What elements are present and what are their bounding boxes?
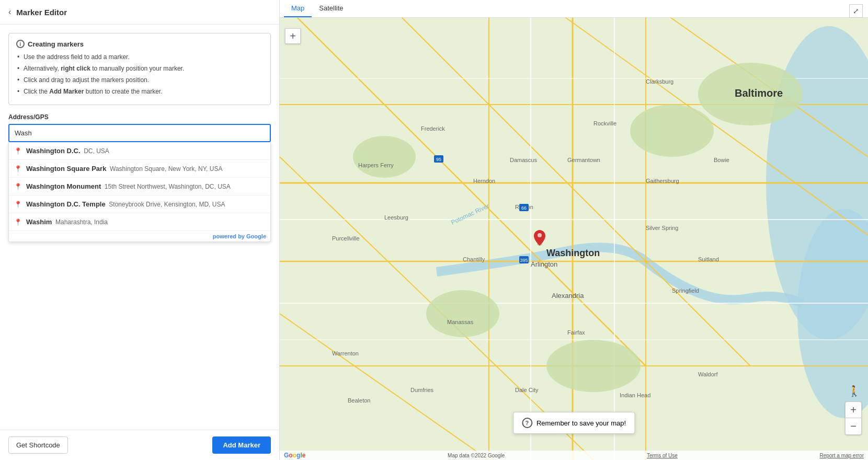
svg-text:Purcellville: Purcellville xyxy=(332,235,360,242)
pin-icon-3: 📍 xyxy=(14,201,22,208)
autocomplete-main-2: Washington Monument xyxy=(26,182,101,190)
svg-text:Arlington: Arlington xyxy=(531,260,557,268)
svg-text:Chantilly: Chantilly xyxy=(463,256,485,262)
save-reminder-icon: ? xyxy=(522,418,532,428)
autocomplete-main-0: Washington D.C. xyxy=(26,147,81,155)
info-box: i Creating markers Use the address field… xyxy=(8,33,271,105)
autocomplete-text-3: Washington D.C. Temple Stoneybrook Drive… xyxy=(26,200,225,208)
map-container[interactable]: Map Satellite xyxy=(280,0,868,460)
info-icon: i xyxy=(16,40,25,48)
svg-text:Indian Head: Indian Head xyxy=(620,392,650,398)
svg-text:Baltimore: Baltimore xyxy=(735,87,783,99)
map-copyright: Map data ©2022 Google xyxy=(448,453,505,458)
tab-satellite[interactable]: Satellite xyxy=(312,0,350,17)
pin-icon-0: 📍 xyxy=(14,147,22,155)
panel-title: Marker Editor xyxy=(16,8,67,17)
autocomplete-main-3: Washington D.C. Temple xyxy=(26,200,106,208)
autocomplete-main-1: Washington Square Park xyxy=(26,165,106,172)
info-item-4: Click the Add Marker button to create th… xyxy=(16,87,263,96)
svg-point-25 xyxy=(426,290,499,337)
autocomplete-text-0: Washington D.C. DC, USA xyxy=(26,147,109,155)
svg-text:Harpers Ferry: Harpers Ferry xyxy=(358,162,394,168)
info-list: Use the address field to add a marker. A… xyxy=(16,52,263,96)
svg-text:Clarksburg: Clarksburg xyxy=(646,78,673,85)
map-tabs: Map Satellite xyxy=(280,0,868,18)
panel-footer: Get Shortcode Add Marker xyxy=(0,430,279,460)
svg-text:Herndon: Herndon xyxy=(473,178,495,184)
left-panel: ‹ Marker Editor i Creating markers Use t… xyxy=(0,0,280,460)
address-field-group: Address/GPS 📍 Washington D.C. DC, USA 📍 … xyxy=(8,113,271,242)
svg-text:Suitland: Suitland xyxy=(698,256,719,262)
autocomplete-sub-1: Washington Square, New York, NY, USA xyxy=(110,165,222,172)
svg-text:Gaithersburg: Gaithersburg xyxy=(646,178,679,184)
map-report[interactable]: Report a map error xyxy=(820,453,864,458)
svg-text:Silver Spring: Silver Spring xyxy=(646,225,678,231)
autocomplete-text-1: Washington Square Park Washington Square… xyxy=(26,165,222,172)
autocomplete-text-4: Washim Maharashtra, India xyxy=(26,218,108,226)
autocomplete-main-4: Washim xyxy=(26,218,52,226)
autocomplete-sub-3: Stoneybrook Drive, Kensington, MD, USA xyxy=(109,201,225,208)
svg-text:Springfield: Springfield xyxy=(672,288,699,294)
panel-header: ‹ Marker Editor xyxy=(0,0,279,25)
autocomplete-item-2[interactable]: 📍 Washington Monument 15th Street Northw… xyxy=(9,178,270,196)
svg-text:Alexandria: Alexandria xyxy=(552,292,584,300)
zoom-minus-button[interactable]: − xyxy=(845,418,862,435)
creating-markers-title: Creating markers xyxy=(28,40,84,48)
address-label: Address/GPS xyxy=(8,113,271,121)
svg-text:Bowie: Bowie xyxy=(714,157,729,163)
svg-text:Washington: Washington xyxy=(546,248,600,258)
svg-point-22 xyxy=(353,136,416,178)
autocomplete-sub-2: 15th Street Northwest, Washington, DC, U… xyxy=(105,183,231,190)
autocomplete-item-1[interactable]: 📍 Washington Square Park Washington Squa… xyxy=(9,160,270,178)
svg-point-23 xyxy=(630,105,714,157)
save-reminder: ? Remember to save your map! xyxy=(513,412,635,434)
pin-icon-2: 📍 xyxy=(14,183,22,190)
autocomplete-item-3[interactable]: 📍 Washington D.C. Temple Stoneybrook Dri… xyxy=(9,196,270,213)
map-footer: Google Map data ©2022 Google Terms of Us… xyxy=(280,451,868,460)
save-reminder-text: Remember to save your map! xyxy=(536,419,626,427)
pin-icon-1: 📍 xyxy=(14,165,22,172)
google-logo-map: Google xyxy=(284,452,305,459)
svg-text:Damascus: Damascus xyxy=(510,157,537,163)
svg-text:Fairfax: Fairfax xyxy=(567,329,585,336)
info-item-2: Alternatively, right click to manually p… xyxy=(16,64,263,73)
autocomplete-sub-0: DC, USA xyxy=(84,147,109,155)
svg-text:Bealeton: Bealeton xyxy=(348,397,370,404)
svg-text:Waldorf: Waldorf xyxy=(698,371,718,377)
map-background: Baltimore Washington Arlington Alexandri… xyxy=(280,0,868,460)
autocomplete-sub-4: Maharashtra, India xyxy=(55,218,108,226)
svg-text:395: 395 xyxy=(520,258,528,263)
get-shortcode-button[interactable]: Get Shortcode xyxy=(8,436,68,454)
zoom-plus-button[interactable]: + xyxy=(845,401,862,418)
svg-text:Leesburg: Leesburg xyxy=(384,214,408,221)
powered-by: powered by Google xyxy=(9,231,270,242)
svg-text:Warrenton: Warrenton xyxy=(332,350,359,356)
pin-icon-4: 📍 xyxy=(14,218,22,226)
autocomplete-item-4[interactable]: 📍 Washim Maharashtra, India xyxy=(9,213,270,231)
tab-map[interactable]: Map xyxy=(284,0,312,17)
street-view-pegman[interactable]: 🚶 xyxy=(848,385,861,397)
panel-content: i Creating markers Use the address field… xyxy=(0,25,279,430)
svg-point-57 xyxy=(538,233,542,237)
info-item-3: Click and drag to adjust the markers pos… xyxy=(16,75,263,85)
autocomplete-dropdown: 📍 Washington D.C. DC, USA 📍 Washington S… xyxy=(8,142,271,242)
svg-text:66: 66 xyxy=(521,205,527,211)
info-box-title: i Creating markers xyxy=(16,40,263,48)
svg-text:Rockville: Rockville xyxy=(593,120,616,126)
svg-text:Dale City: Dale City xyxy=(515,387,539,393)
add-marker-button[interactable]: Add Marker xyxy=(212,436,271,454)
info-item-1: Use the address field to add a marker. xyxy=(16,52,263,62)
zoom-in-map-button[interactable]: + xyxy=(285,28,301,44)
back-button[interactable]: ‹ xyxy=(8,7,11,17)
map-terms[interactable]: Terms of Use xyxy=(647,453,678,458)
expand-map-button[interactable]: ⤢ xyxy=(849,4,863,18)
svg-text:Dumfries: Dumfries xyxy=(410,387,434,393)
svg-point-26 xyxy=(546,340,641,392)
autocomplete-text-2: Washington Monument 15th Street Northwes… xyxy=(26,182,231,190)
address-input[interactable] xyxy=(8,124,271,142)
svg-text:Frederick: Frederick xyxy=(421,125,445,132)
svg-text:Germantown: Germantown xyxy=(567,157,600,163)
autocomplete-item-0[interactable]: 📍 Washington D.C. DC, USA xyxy=(9,142,270,160)
svg-text:Manassas: Manassas xyxy=(447,319,474,325)
google-logo: Google xyxy=(246,233,266,239)
